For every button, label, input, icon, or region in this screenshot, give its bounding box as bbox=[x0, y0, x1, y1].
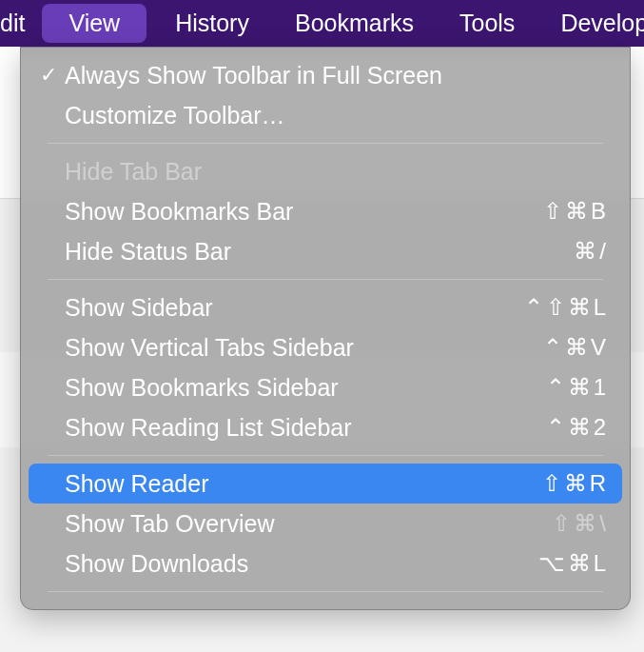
menubar: dit View History Bookmarks Tools Develop bbox=[0, 0, 644, 47]
menu-item-label: Show Tab Overview bbox=[65, 510, 552, 538]
menu-item-customize-toolbar[interactable]: Customize Toolbar… bbox=[29, 95, 622, 135]
menu-item-show-reader[interactable]: Show Reader ⇧⌘R bbox=[29, 464, 622, 504]
menu-item-shortcut: ⇧⌘\ bbox=[552, 510, 609, 537]
menu-item-shortcut: ⌃⌘2 bbox=[546, 414, 609, 441]
menu-separator bbox=[48, 591, 603, 592]
menu-item-hide-status-bar[interactable]: Hide Status Bar ⌘/ bbox=[29, 231, 622, 271]
menu-separator bbox=[48, 455, 603, 456]
menu-item-show-bookmarks-bar[interactable]: Show Bookmarks Bar ⇧⌘B bbox=[29, 191, 622, 231]
checkmark-icon: ✓ bbox=[32, 63, 65, 88]
menu-item-show-tab-overview[interactable]: Show Tab Overview ⇧⌘\ bbox=[29, 504, 622, 543]
menu-item-label: Show Vertical Tabs Sidebar bbox=[65, 334, 543, 362]
menu-item-label: Hide Tab Bar bbox=[65, 158, 609, 186]
menubar-item-bookmarks[interactable]: Bookmarks bbox=[272, 0, 437, 47]
menu-item-show-sidebar[interactable]: Show Sidebar ⌃⇧⌘L bbox=[29, 287, 622, 327]
menu-item-label: Show Downloads bbox=[65, 550, 538, 578]
menu-item-show-vertical-tabs-sidebar[interactable]: Show Vertical Tabs Sidebar ⌃⌘V bbox=[29, 327, 622, 367]
menu-item-shortcut: ⌥⌘L bbox=[538, 550, 609, 577]
menu-item-label: Show Sidebar bbox=[65, 294, 524, 322]
menu-item-label: Hide Status Bar bbox=[65, 238, 574, 266]
menu-item-label: Show Reading List Sidebar bbox=[65, 414, 546, 442]
menu-separator bbox=[48, 279, 603, 280]
menu-separator bbox=[48, 143, 603, 144]
menu-item-label: Customize Toolbar… bbox=[65, 102, 609, 129]
menu-item-label: Always Show Toolbar in Full Screen bbox=[65, 62, 609, 89]
menubar-item-tools[interactable]: Tools bbox=[437, 0, 537, 47]
menubar-item-view[interactable]: View bbox=[42, 4, 146, 43]
menubar-item-history[interactable]: History bbox=[152, 0, 272, 47]
menubar-item-edit-partial[interactable]: dit bbox=[0, 0, 36, 47]
view-menu-dropdown: ✓ Always Show Toolbar in Full Screen Cus… bbox=[20, 47, 631, 610]
menu-item-shortcut: ⇧⌘R bbox=[542, 470, 609, 497]
menu-item-show-reading-list-sidebar[interactable]: Show Reading List Sidebar ⌃⌘2 bbox=[29, 407, 622, 447]
menu-item-shortcut: ⌘/ bbox=[574, 238, 609, 265]
menu-item-show-downloads[interactable]: Show Downloads ⌥⌘L bbox=[29, 543, 622, 583]
menu-item-always-show-toolbar[interactable]: ✓ Always Show Toolbar in Full Screen bbox=[29, 55, 622, 95]
menu-item-show-bookmarks-sidebar[interactable]: Show Bookmarks Sidebar ⌃⌘1 bbox=[29, 367, 622, 407]
menu-item-hide-tab-bar: Hide Tab Bar bbox=[29, 151, 622, 191]
menu-item-label: Show Reader bbox=[65, 470, 542, 498]
menu-item-shortcut: ⌃⇧⌘L bbox=[524, 294, 609, 321]
menu-item-label: Show Bookmarks Sidebar bbox=[65, 374, 546, 402]
menu-item-shortcut: ⌃⌘1 bbox=[546, 374, 609, 401]
menu-item-shortcut: ⌃⌘V bbox=[543, 334, 609, 361]
menu-item-shortcut: ⇧⌘B bbox=[543, 198, 609, 225]
menubar-item-develop-partial[interactable]: Develop bbox=[537, 0, 644, 47]
menu-item-label: Show Bookmarks Bar bbox=[65, 198, 543, 226]
